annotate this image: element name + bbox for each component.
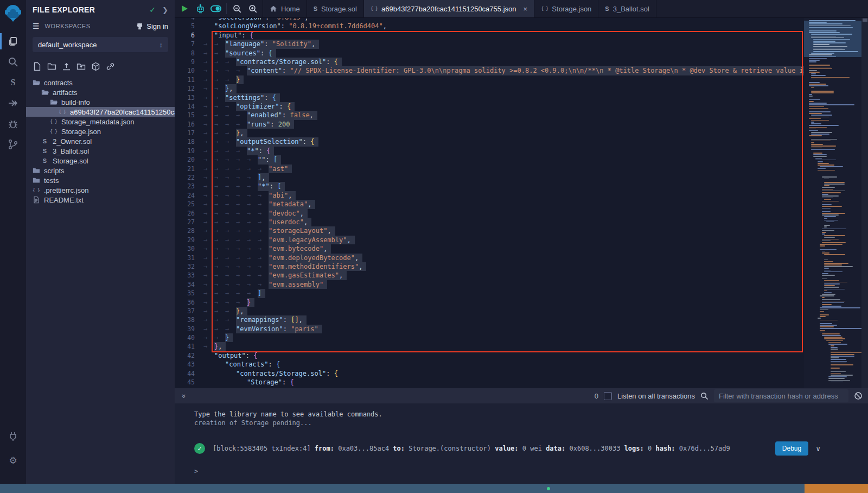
line-number[interactable]: 10	[175, 66, 203, 75]
line-number[interactable]: 34	[175, 280, 203, 289]
line-number[interactable]: 35	[175, 289, 203, 298]
code-line-43[interactable]: 43 "contracts": {	[175, 360, 804, 369]
line-number[interactable]: 42	[175, 351, 203, 360]
line-number[interactable]: 38	[175, 315, 203, 324]
line-number[interactable]: 41	[175, 342, 203, 351]
code-line-34[interactable]: 34→→→→→→"evm.assembly"	[175, 280, 804, 289]
line-number[interactable]: 11	[175, 75, 203, 84]
line-number[interactable]: 20	[175, 155, 203, 164]
code-line-25[interactable]: 25→→→→→→"metadata",	[175, 200, 804, 208]
file-tree-item[interactable]: S3_Ballot.sol	[26, 146, 175, 156]
file-tree-item[interactable]: SStorage.sol	[26, 156, 175, 166]
tab-storage-sol[interactable]: SStorage.sol	[307, 0, 364, 17]
code-line-7[interactable]: 7→→"language": "Solidity",	[175, 40, 804, 48]
file-tree-item[interactable]: { }Storage.json	[26, 127, 175, 136]
chevron-right-icon[interactable]: ❯	[162, 6, 168, 14]
code-line-31[interactable]: 31→→→→→→"evm.deployedBytecode",	[175, 254, 804, 262]
code-line-28[interactable]: 28→→→→→→"storageLayout",	[175, 226, 804, 235]
code-line-23[interactable]: 23→→→→→"*": [	[175, 182, 804, 191]
code-line-29[interactable]: 29→→→→→→"evm.legacyAssembly",	[175, 236, 804, 244]
transaction-expand-icon[interactable]: ∨	[816, 445, 820, 453]
code-line-6[interactable]: 6 "input": {	[175, 31, 804, 40]
line-number[interactable]: 40	[175, 333, 203, 342]
code-line-13[interactable]: 13→→"settings": {	[175, 93, 804, 102]
file-explorer-icon[interactable]	[0, 31, 26, 52]
line-number[interactable]: 24	[175, 191, 203, 200]
line-number[interactable]: 9	[175, 58, 203, 66]
line-number[interactable]: 31	[175, 254, 203, 262]
deploy-run-icon[interactable]	[0, 93, 26, 113]
run-script-icon[interactable]	[179, 3, 190, 14]
line-number[interactable]: 26	[175, 209, 203, 218]
tab-close-icon[interactable]: ×	[524, 5, 528, 13]
code-line-15[interactable]: 15→→→→"enabled": false,	[175, 111, 804, 119]
line-number[interactable]: 8	[175, 49, 203, 58]
zoom-out-icon[interactable]	[232, 3, 242, 14]
code-line-14[interactable]: 14→→→"optimizer": {	[175, 102, 804, 111]
code-line-19[interactable]: 19→→→→"*": {	[175, 147, 804, 155]
code-line-39[interactable]: 39→→→"evmVersion": "paris"	[175, 325, 804, 333]
file-tree-item[interactable]: artifacts	[26, 87, 175, 97]
tab-storage-json[interactable]: { }Storage.json	[534, 0, 598, 17]
code-line-20[interactable]: 20→→→→→"": [	[175, 155, 804, 164]
line-number[interactable]: 4	[175, 18, 203, 22]
line-number[interactable]: 37	[175, 307, 203, 315]
line-number[interactable]: 25	[175, 200, 203, 208]
code-line-30[interactable]: 30→→→→→→"evm.bytecode",	[175, 244, 804, 253]
code-line-9[interactable]: 9→→→"contracts/Storage.sol": {	[175, 58, 804, 66]
code-line-12[interactable]: 12→→},	[175, 84, 804, 93]
line-number[interactable]: 23	[175, 182, 203, 191]
line-number[interactable]: 22	[175, 173, 203, 182]
file-tree-item[interactable]: { }.prettierrc.json	[26, 185, 175, 195]
solidity-compiler-icon[interactable]: S	[0, 72, 26, 93]
line-number[interactable]: 27	[175, 218, 203, 226]
line-number[interactable]: 6	[175, 31, 203, 40]
code-line-10[interactable]: 10→→→→"content": "// SPDX-License-Identi…	[175, 66, 804, 75]
hamburger-menu-icon[interactable]: ☰	[33, 22, 40, 30]
line-number[interactable]: 44	[175, 369, 203, 378]
code-line-33[interactable]: 33→→→→→→"evm.gasEstimates",	[175, 271, 804, 280]
code-line-27[interactable]: 27→→→→→→"userdoc",	[175, 218, 804, 226]
debugger-icon[interactable]	[0, 113, 26, 134]
code-line-44[interactable]: 44 "contracts/Storage.sol": {	[175, 369, 804, 378]
new-file-icon[interactable]	[33, 62, 42, 71]
code-line-22[interactable]: 22→→→→→],	[175, 173, 804, 182]
sign-in-button[interactable]: Sign in	[136, 22, 168, 30]
code-line-42[interactable]: 42 "output": {	[175, 351, 804, 360]
search-icon[interactable]	[0, 52, 26, 72]
scrollbar-thumb[interactable]	[863, 18, 867, 22]
code-line-24[interactable]: 24→→→→→→"abi",	[175, 191, 804, 200]
editor-scrollbar[interactable]	[861, 18, 868, 388]
clear-console-icon[interactable]	[854, 391, 863, 400]
line-number[interactable]: 33	[175, 271, 203, 280]
line-number[interactable]: 16	[175, 120, 203, 129]
line-number[interactable]: 21	[175, 165, 203, 173]
file-tree-item[interactable]: { }a69b43f277ba20fcac141151250ca7...	[26, 107, 175, 117]
code-line-41[interactable]: 41→},	[175, 342, 804, 351]
debug-button[interactable]: Debug	[775, 441, 808, 456]
new-folder-icon[interactable]	[47, 62, 56, 71]
settings-icon[interactable]: ⚙	[0, 450, 26, 471]
code-line-8[interactable]: 8→→"sources": {	[175, 49, 804, 58]
zoom-in-icon[interactable]	[247, 3, 258, 14]
line-number[interactable]: 36	[175, 298, 203, 307]
file-tree-item[interactable]: tests	[26, 175, 175, 185]
tab-home[interactable]: Home	[263, 0, 307, 17]
line-number[interactable]: 12	[175, 84, 203, 93]
line-number[interactable]: 13	[175, 93, 203, 102]
line-number[interactable]: 17	[175, 129, 203, 137]
assistant-robot-icon[interactable]	[195, 3, 206, 14]
tab-3-ballot-sol[interactable]: S3_Ballot.sol	[598, 0, 656, 17]
line-number[interactable]: 43	[175, 360, 203, 369]
code-line-11[interactable]: 11→→→}	[175, 75, 804, 84]
toggle-on-icon[interactable]	[210, 3, 221, 14]
code-line-37[interactable]: 37→→→},	[175, 307, 804, 315]
transaction-row[interactable]: ✓ [block:5583405 txIndex:4] from: 0xa03.…	[194, 441, 868, 456]
upload-file-icon[interactable]	[62, 62, 71, 71]
transaction-filter-input[interactable]	[714, 389, 848, 402]
line-number[interactable]: 45	[175, 378, 203, 387]
code-line-21[interactable]: 21→→→→→→"ast"	[175, 165, 804, 173]
editor-minimap[interactable]	[804, 18, 861, 388]
line-number[interactable]: 5	[175, 22, 203, 30]
file-tree-item[interactable]: S2_Owner.sol	[26, 136, 175, 146]
